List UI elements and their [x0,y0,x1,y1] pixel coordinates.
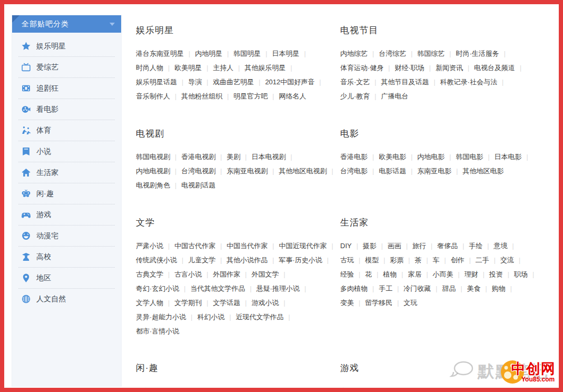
category-link[interactable]: 少儿·教育 [340,92,370,100]
category-link[interactable]: 日本电影 [495,153,522,161]
category-link[interactable]: 经验 [340,270,354,278]
category-link[interactable]: 台湾电视剧 [181,167,215,175]
category-link[interactable]: 时尚·生活服务 [456,50,499,57]
category-link[interactable]: 网页版网游 [449,387,483,392]
category-link[interactable]: 东南亚电视剧 [226,167,268,175]
category-link[interactable]: 旅行 [412,242,426,250]
category-link[interactable]: 严肃小说 [136,242,163,250]
category-link[interactable]: 时尚人物 [136,64,163,72]
sidebar-item-movies[interactable]: 看电影 [18,99,115,120]
category-link[interactable]: 内地综艺 [340,50,368,57]
category-link[interactable]: 香港电视剧 [181,153,215,161]
category-link[interactable]: 台湾综艺 [379,50,406,57]
sidebar-item-colleges[interactable]: 高校 [18,247,115,268]
category-link[interactable]: 文学话题 [213,299,240,307]
category-link[interactable]: 二手 [476,256,489,264]
category-link[interactable]: 萝莉 [192,387,206,392]
category-link[interactable]: 奇幻·玄幻小说 [136,285,179,292]
category-link[interactable]: 画画 [388,242,401,250]
category-link[interactable]: 交流 [500,256,514,264]
category-link[interactable]: 职场 [514,270,528,278]
category-link[interactable]: 中国古代作家 [174,242,215,250]
category-link[interactable]: 韩国电视剧 [136,153,170,161]
category-link[interactable]: 游戏小说 [251,299,279,307]
category-link[interactable]: 茶 [414,256,421,264]
category-link[interactable]: 文玩 [403,299,417,307]
category-link[interactable]: 手绘 [469,242,482,250]
category-link[interactable]: 变美 [340,299,354,307]
category-link[interactable]: 彩票 [390,256,403,264]
category-link[interactable]: 韩国明星 [233,50,261,57]
category-link[interactable]: 花 [365,270,372,278]
sidebar-item-regions[interactable]: 地区 [18,268,115,289]
sidebar-item-sports[interactable]: 体育 [18,120,115,141]
category-link[interactable]: 小而美 [433,270,453,278]
category-link[interactable]: 古玩 [340,256,354,264]
category-link[interactable]: 悬疑·推理小说 [256,285,300,292]
category-link[interactable]: 古典文学 [136,270,163,278]
category-link[interactable]: 理财 [465,270,478,278]
category-link[interactable]: 童年 [217,387,231,392]
category-link[interactable]: 内地电影 [417,153,445,161]
category-link[interactable]: 港台东南亚明星 [136,50,184,57]
category-link[interactable]: 游戏角色 [410,387,438,392]
category-link[interactable]: 手机游戏 [495,387,522,392]
sidebar-item-lifestyle[interactable]: 生活家 [18,162,115,183]
sidebar-item-anime[interactable]: 动漫宅 [18,226,115,247]
category-link[interactable]: 其他地区电影 [462,167,503,175]
category-link[interactable]: 导演 [188,78,202,86]
category-link[interactable]: 电影话题 [379,167,406,175]
sidebar-item-novels[interactable]: 小说 [18,141,115,162]
category-link[interactable]: 当代其他文学作品 [190,285,245,292]
category-link[interactable]: 明星官方吧 [233,92,268,100]
category-link[interactable]: 体育运动·健身 [340,64,383,72]
category-link[interactable]: 家居 [408,270,421,278]
category-link[interactable]: 中国近现代作家 [279,242,327,250]
sidebar-header[interactable]: 全部贴吧分类 [12,15,121,33]
category-link[interactable]: 戏曲曲艺明星 [213,78,254,86]
category-link[interactable]: 手工 [379,285,392,292]
category-link[interactable]: 甜品 [442,285,456,292]
category-link[interactable]: 灵异·超能力小说 [136,313,186,321]
category-link[interactable]: 内地电视剧 [136,167,170,175]
category-link[interactable]: 冷门收藏 [403,285,431,292]
category-link[interactable]: 客户端网游 [340,387,374,392]
category-link[interactable]: 电视台及频道 [474,64,515,72]
category-link[interactable]: 模型 [365,256,379,264]
category-link[interactable]: 外国文学 [251,270,279,278]
category-link[interactable]: 音乐·文艺 [340,78,370,86]
category-link[interactable]: 奢侈品 [437,242,458,250]
category-link[interactable]: 喵星人 [161,387,181,392]
category-link[interactable]: 香港电影 [340,153,368,161]
category-link[interactable]: 都市·言情小说 [136,327,179,335]
category-link[interactable]: 欧美电影 [379,153,406,161]
category-link[interactable]: 其他娱乐明星 [244,64,285,72]
category-link[interactable]: 网络名人 [279,92,306,100]
category-link[interactable]: 桌游 [386,387,399,392]
category-link[interactable]: 中国当代作家 [226,242,268,250]
category-link[interactable]: 文学期刊 [174,299,202,307]
category-link[interactable]: 台湾电影 [340,167,368,175]
sidebar-item-entertainment-stars[interactable]: 娱乐明星 [18,36,115,57]
category-link[interactable]: 主持人 [213,64,233,72]
category-link[interactable]: 外国作家 [213,270,240,278]
category-link[interactable]: 正太 [274,387,288,392]
category-link[interactable]: 萌宠 [136,387,150,392]
category-link[interactable]: 购物 [492,285,506,292]
sidebar-item-drama-fan[interactable]: 追剧狂 [18,78,115,99]
category-link[interactable]: 其他节目及话题 [381,78,429,86]
category-link[interactable]: 创作 [451,256,465,264]
sidebar-item-variety[interactable]: 爱综艺 [18,57,115,78]
category-link[interactable]: 爆料 [299,387,312,392]
category-link[interactable]: 日本明星 [272,50,299,57]
category-link[interactable]: 古言小说 [174,270,202,278]
category-link[interactable]: 娱乐明星话题 [136,78,177,86]
category-link[interactable]: 韩国综艺 [417,50,445,57]
category-link[interactable]: 其他小说作品 [226,256,268,264]
category-link[interactable]: 军事·历史小说 [279,256,322,264]
category-link[interactable]: 音乐制作人 [136,92,170,100]
category-link[interactable]: 植物 [383,270,397,278]
category-link[interactable]: 韩国电影 [456,153,483,161]
category-link[interactable]: 东南亚电影 [417,167,451,175]
category-link[interactable]: 美食 [467,285,481,292]
